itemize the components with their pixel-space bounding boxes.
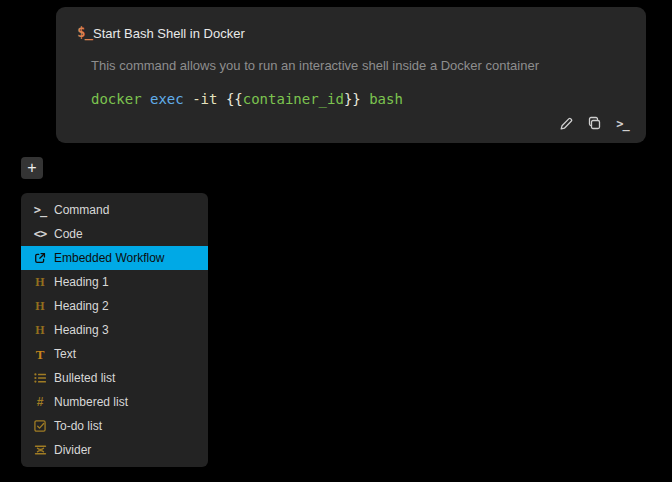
menu-item-heading-3[interactable]: HHeading 3 (21, 318, 208, 342)
menu-item-label: Embedded Workflow (54, 251, 165, 265)
pencil-icon (559, 116, 574, 131)
workflow-card: $_ Start Bash Shell in Docker This comma… (56, 7, 646, 143)
run-button[interactable]: >_ (614, 115, 631, 132)
numbered-list-icon: # (33, 396, 47, 408)
menu-item-label: Numbered list (54, 395, 128, 409)
divider-icon (33, 444, 47, 456)
block-menu: >_Command<>CodeEmbedded WorkflowHHeading… (21, 193, 208, 467)
heading-icon: H (33, 300, 47, 312)
terminal-prompt-icon: >_ (616, 116, 628, 131)
menu-item-label: Heading 2 (54, 299, 109, 313)
command-token: -it (192, 91, 226, 107)
command-token: bash (361, 91, 403, 107)
add-block-button[interactable]: + (21, 157, 43, 179)
menu-item-text[interactable]: TText (21, 342, 208, 366)
copy-button[interactable] (586, 115, 603, 132)
heading-icon: H (33, 324, 47, 336)
text-icon: T (33, 348, 47, 361)
command-token: docker (91, 91, 150, 107)
menu-item-code[interactable]: <>Code (21, 222, 208, 246)
external-link-icon (33, 252, 47, 264)
workflow-actions: >_ (558, 115, 631, 132)
copy-icon (587, 116, 602, 131)
menu-item-label: Bulleted list (54, 371, 115, 385)
terminal-prompt-icon: >_ (33, 204, 47, 216)
menu-item-label: Divider (54, 443, 91, 457)
menu-item-embedded-workflow[interactable]: Embedded Workflow (21, 246, 208, 270)
workflow-prompt-icon: $_ (77, 24, 92, 40)
command-token: exec (150, 91, 192, 107)
menu-item-label: Command (54, 203, 109, 217)
bulleted-list-icon (33, 372, 47, 384)
command-token: {{ (226, 91, 243, 107)
command-text[interactable]: docker exec -it {{container_id}} bash (91, 91, 403, 107)
menu-item-command[interactable]: >_Command (21, 198, 208, 222)
menu-item-heading-2[interactable]: HHeading 2 (21, 294, 208, 318)
workflow-description: This command allows you to run an intera… (91, 58, 539, 73)
menu-item-label: Heading 1 (54, 275, 109, 289)
workflow-title: Start Bash Shell in Docker (93, 26, 245, 41)
menu-item-label: Code (54, 227, 83, 241)
menu-item-heading-1[interactable]: HHeading 1 (21, 270, 208, 294)
code-icon: <> (33, 228, 47, 240)
menu-item-bulleted-list[interactable]: Bulleted list (21, 366, 208, 390)
heading-icon: H (33, 276, 47, 288)
command-token: }} (344, 91, 361, 107)
menu-item-numbered-list[interactable]: #Numbered list (21, 390, 208, 414)
menu-item-label: To-do list (54, 419, 102, 433)
edit-button[interactable] (558, 115, 575, 132)
command-token: container_id (243, 91, 344, 107)
menu-item-divider[interactable]: Divider (21, 438, 208, 462)
menu-item-label: Heading 3 (54, 323, 109, 337)
menu-item-label: Text (54, 347, 76, 361)
menu-item-to-do-list[interactable]: To-do list (21, 414, 208, 438)
todo-list-icon (33, 420, 47, 432)
